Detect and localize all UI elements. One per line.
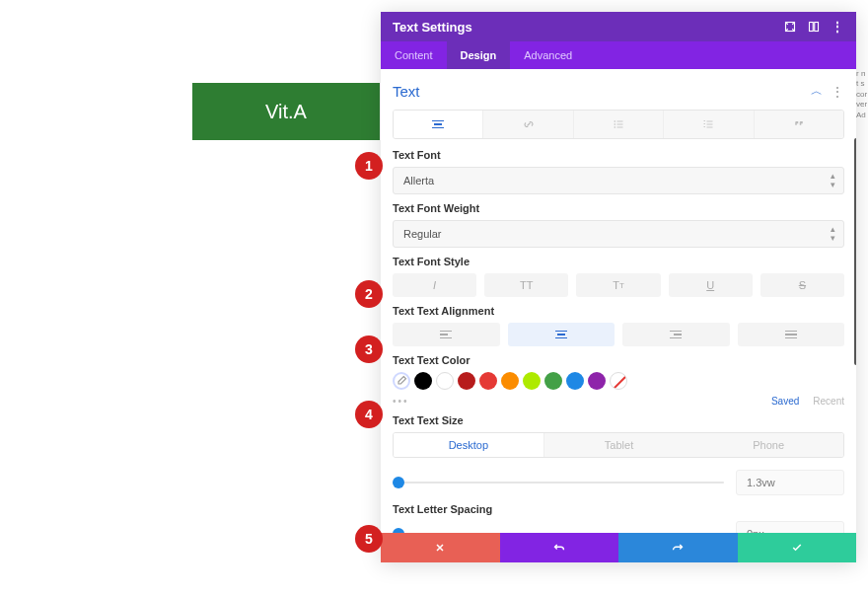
device-tablet[interactable]: Tablet [544,433,694,457]
redo-button[interactable] [618,533,738,562]
color-meta-row: ••• Saved Recent [393,396,844,407]
color-tab-recent[interactable]: Recent [813,396,844,407]
swatch-red[interactable] [479,372,497,390]
select-font[interactable]: Allerta ▴▾ [393,167,844,194]
tab-advanced[interactable]: Advanced [510,41,586,69]
svg-rect-13 [704,126,706,127]
svg-rect-4 [617,121,623,122]
letter-value[interactable]: 0px [736,521,844,533]
select-font-value: Allerta [403,175,434,186]
swatch-none[interactable] [610,372,627,390]
size-slider-row: 1.3vw [393,470,844,495]
panel-title: Text Settings [393,20,472,35]
style-underline[interactable]: U [669,273,753,297]
caret-icon: ▴▾ [831,225,835,243]
svg-point-5 [615,123,616,125]
size-value[interactable]: 1.3vw [736,470,844,495]
section-header-text[interactable]: Text ︿ ⋮ [393,69,844,110]
swatch-darkred[interactable] [458,372,475,390]
align-right[interactable] [622,323,730,346]
expand-icon[interactable] [783,20,797,34]
label-alignment: Text Text Alignment [393,305,844,317]
select-weight-value: Regular [403,228,442,240]
cancel-button[interactable] [381,533,500,562]
segment-ul[interactable] [574,111,664,138]
color-tab-saved[interactable]: Saved [771,396,799,407]
device-desktop[interactable]: Desktop [394,433,544,457]
alignment-row [393,323,844,346]
style-italic[interactable]: I [393,273,476,297]
snap-icon[interactable] [807,20,821,34]
segment-paragraph[interactable] [394,111,483,138]
swatch-white[interactable] [436,372,454,390]
preview-text: Vit.A [265,101,307,123]
size-slider[interactable] [393,475,724,490]
svg-rect-14 [707,127,713,128]
svg-rect-10 [707,121,713,122]
annotation-badge-2: 2 [355,280,383,308]
font-style-row: I TT TT U S [393,273,844,297]
settings-tabs: Content Design Advanced [381,41,856,69]
segment-quote[interactable] [755,111,843,138]
svg-rect-6 [617,124,623,125]
letter-slider-row: 0px [393,521,844,533]
chevron-up-icon[interactable]: ︿ [811,83,823,100]
style-strikethrough[interactable]: S [760,273,844,297]
panel-title-bar[interactable]: Text Settings ⋮ [381,12,856,41]
annotation-badge-1: 1 [355,152,383,180]
label-size: Text Text Size [393,414,844,426]
label-style: Text Font Style [393,256,844,267]
select-weight[interactable]: Regular ▴▾ [393,220,844,248]
background-text: r nt scorverAd [856,69,868,120]
style-uppercase[interactable]: TT [484,273,568,297]
annotation-badge-4: 4 [355,401,383,428]
svg-rect-8 [617,127,623,128]
segment-link[interactable] [483,111,573,138]
text-type-toolbar [393,110,844,139]
swatch-purple[interactable] [588,372,606,390]
tab-design[interactable]: Design [447,41,511,69]
label-weight: Text Font Weight [393,202,844,214]
svg-rect-9 [704,120,706,121]
svg-point-3 [615,120,616,122]
segment-ol[interactable] [664,111,754,138]
align-justify[interactable] [738,323,845,346]
swatch-orange[interactable] [501,372,519,390]
menu-dots-icon[interactable]: ⋮ [831,20,844,34]
label-color: Text Text Color [393,354,844,366]
svg-point-7 [615,126,616,128]
align-left[interactable] [393,323,500,346]
swatch-blue[interactable] [566,372,584,390]
swatch-lime[interactable] [523,372,541,390]
caret-icon: ▴▾ [831,172,835,189]
settings-panel: Text Settings ⋮ Content Design Advanced … [381,12,856,562]
label-letter: Text Letter Spacing [393,503,844,515]
save-button[interactable] [738,533,857,562]
annotation-badge-3: 3 [355,335,383,363]
align-center[interactable] [508,323,615,346]
device-tabs: Desktop Tablet Phone [393,432,844,458]
annotation-badge-5: 5 [355,525,383,553]
panel-body: Text ︿ ⋮ Text Font Allerta ▴▾ Text Font … [381,69,856,533]
svg-rect-12 [707,124,713,125]
color-swatch-row [393,372,844,390]
section-menu-icon[interactable]: ⋮ [831,84,844,100]
preview-module: Vit.A [192,83,380,140]
device-phone[interactable]: Phone [693,433,843,457]
tab-content[interactable]: Content [381,41,447,69]
letter-slider[interactable] [393,526,724,533]
svg-rect-1 [810,23,814,32]
color-picker-button[interactable] [393,372,410,390]
more-colors-icon[interactable]: ••• [393,396,409,407]
swatch-green[interactable] [544,372,562,390]
label-font: Text Font [393,149,844,161]
panel-footer [381,533,856,562]
undo-button[interactable] [500,533,619,562]
svg-rect-11 [704,123,706,124]
svg-rect-2 [815,23,819,32]
scrollbar[interactable] [854,138,856,365]
swatch-black[interactable] [414,372,432,390]
style-smallcaps[interactable]: TT [576,273,660,297]
section-title: Text [393,83,420,100]
